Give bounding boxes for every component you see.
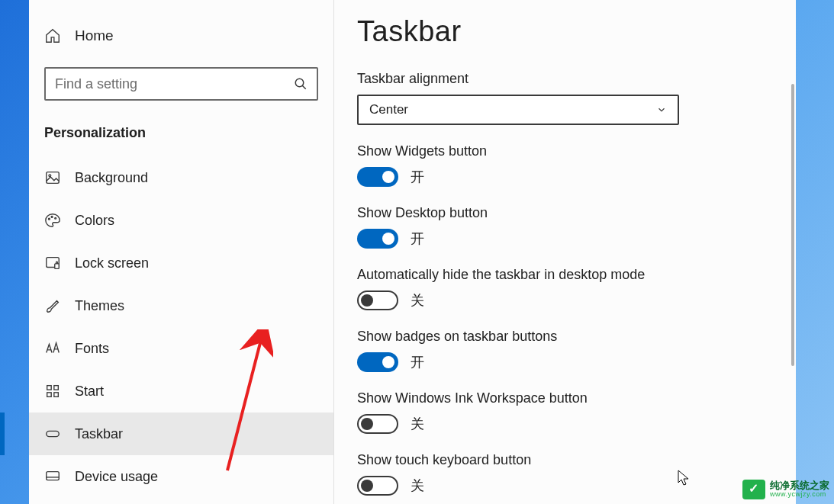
alignment-group: Taskbar alignment Center bbox=[357, 71, 773, 125]
sidebar: Home Personalization Background Colors bbox=[29, 0, 334, 504]
sidebar-item-start[interactable]: Start bbox=[29, 370, 333, 413]
sidebar-item-device-usage[interactable]: Device usage bbox=[29, 455, 333, 498]
sidebar-item-lockscreen[interactable]: Lock screen bbox=[29, 242, 333, 284]
svg-rect-2 bbox=[47, 172, 60, 184]
setting-label: Automatically hide the taskbar in deskto… bbox=[357, 267, 773, 283]
search-icon bbox=[294, 77, 308, 91]
sidebar-item-label: Colors bbox=[75, 213, 114, 229]
settings-window: Home Personalization Background Colors bbox=[29, 0, 796, 504]
setting-label: Show badges on taskbar buttons bbox=[357, 329, 773, 345]
touchkb-toggle[interactable] bbox=[357, 476, 398, 496]
sidebar-item-label: Device usage bbox=[75, 469, 158, 485]
home-label: Home bbox=[75, 27, 114, 44]
badges-group: Show badges on taskbar buttons 开 bbox=[357, 329, 773, 372]
search-input[interactable] bbox=[55, 76, 294, 92]
desktop-toggle[interactable] bbox=[357, 229, 398, 249]
start-icon bbox=[44, 383, 61, 400]
home-icon bbox=[44, 27, 61, 44]
watermark-url: www.ycwjzy.com bbox=[770, 491, 829, 499]
alignment-dropdown[interactable]: Center bbox=[357, 95, 679, 125]
palette-icon bbox=[44, 212, 61, 229]
setting-label: Show touch keyboard button bbox=[357, 452, 773, 468]
toggle-state: 关 bbox=[411, 291, 424, 310]
ink-toggle[interactable] bbox=[357, 414, 398, 434]
svg-point-6 bbox=[55, 217, 56, 219]
image-icon bbox=[44, 169, 61, 186]
svg-point-5 bbox=[51, 217, 53, 218]
sidebar-item-taskbar[interactable]: Taskbar bbox=[29, 413, 333, 455]
watermark-title: 纯净系统之家 bbox=[770, 480, 829, 491]
sidebar-item-fonts[interactable]: Fonts bbox=[29, 327, 333, 370]
home-nav[interactable]: Home bbox=[29, 21, 333, 58]
sidebar-item-colors[interactable]: Colors bbox=[29, 199, 333, 242]
lock-screen-icon bbox=[44, 255, 61, 271]
touchkb-group: Show touch keyboard button 关 bbox=[357, 452, 773, 496]
watermark: 纯净系统之家 www.ycwjzy.com bbox=[742, 480, 829, 499]
svg-rect-13 bbox=[47, 431, 60, 436]
sidebar-item-themes[interactable]: Themes bbox=[29, 284, 333, 327]
svg-rect-8 bbox=[55, 264, 60, 268]
sidebar-item-label: Taskbar bbox=[75, 426, 123, 442]
badges-toggle[interactable] bbox=[357, 352, 398, 372]
content-area: Taskbar Taskbar alignment Center Show Wi… bbox=[334, 0, 796, 504]
desktop-group: Show Desktop button 开 bbox=[357, 205, 773, 249]
sidebar-item-label: Start bbox=[75, 384, 104, 400]
search-box[interactable] bbox=[44, 67, 318, 101]
brush-icon bbox=[44, 297, 61, 314]
svg-rect-9 bbox=[47, 386, 51, 390]
widgets-toggle[interactable] bbox=[357, 167, 398, 187]
ink-group: Show Windows Ink Workspace button 关 bbox=[357, 390, 773, 434]
svg-rect-14 bbox=[47, 472, 60, 480]
chevron-down-icon bbox=[656, 104, 667, 115]
svg-rect-11 bbox=[47, 393, 51, 397]
sidebar-item-background[interactable]: Background bbox=[29, 156, 333, 199]
toggle-state: 关 bbox=[411, 415, 424, 433]
font-icon bbox=[44, 340, 61, 357]
svg-point-4 bbox=[49, 218, 50, 220]
autohide-toggle[interactable] bbox=[357, 291, 398, 310]
scrollbar[interactable] bbox=[791, 84, 794, 366]
category-title: Personalization bbox=[29, 114, 333, 156]
svg-line-1 bbox=[302, 85, 306, 89]
setting-label: Show Desktop button bbox=[357, 205, 773, 221]
toggle-state: 开 bbox=[411, 353, 424, 371]
toggle-state: 开 bbox=[411, 230, 424, 248]
toggle-state: 开 bbox=[411, 168, 424, 186]
svg-rect-12 bbox=[54, 393, 59, 397]
alignment-label: Taskbar alignment bbox=[357, 71, 773, 87]
page-title: Taskbar bbox=[357, 15, 773, 48]
sidebar-item-label: Lock screen bbox=[75, 255, 149, 271]
watermark-badge-icon bbox=[742, 480, 765, 499]
alignment-value: Center bbox=[369, 102, 408, 117]
svg-rect-10 bbox=[54, 386, 59, 390]
setting-label: Show Windows Ink Workspace button bbox=[357, 390, 773, 406]
widgets-group: Show Widgets button 开 bbox=[357, 143, 773, 187]
autohide-group: Automatically hide the taskbar in deskto… bbox=[357, 267, 773, 310]
device-icon bbox=[44, 468, 61, 485]
sidebar-item-label: Fonts bbox=[75, 341, 109, 357]
sidebar-item-label: Background bbox=[75, 170, 148, 186]
sidebar-item-label: Themes bbox=[75, 298, 124, 314]
taskbar-icon bbox=[44, 425, 61, 442]
svg-point-0 bbox=[295, 79, 304, 87]
setting-label: Show Widgets button bbox=[357, 143, 773, 159]
toggle-state: 关 bbox=[411, 477, 424, 495]
